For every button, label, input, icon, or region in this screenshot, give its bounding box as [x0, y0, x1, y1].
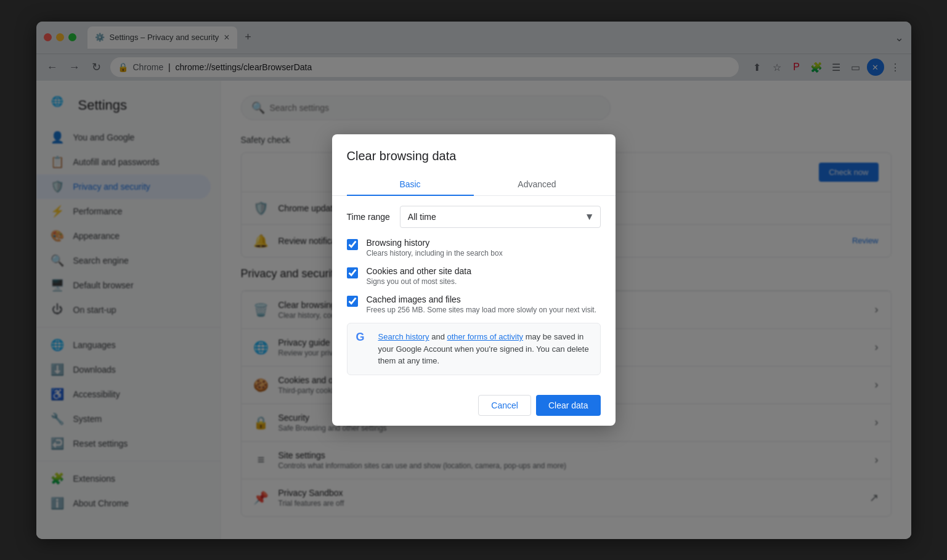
- cached-images-text: Cached images and files Frees up 256 MB.…: [367, 294, 596, 314]
- cached-images-title: Cached images and files: [367, 294, 596, 304]
- cookies-checkbox[interactable]: [347, 267, 358, 278]
- google-g-icon: G: [356, 331, 371, 346]
- browsing-history-sub: Clears history, including in the search …: [367, 249, 503, 258]
- modal-overlay: Clear browsing data Basic Advanced Time …: [0, 0, 947, 560]
- browsing-history-checkbox[interactable]: [347, 239, 358, 250]
- browsing-history-title: Browsing history: [367, 238, 503, 248]
- browsing-history-text: Browsing history Clears history, includi…: [367, 238, 503, 258]
- other-forms-link[interactable]: other forms of activity: [447, 332, 524, 341]
- google-notice-and: and: [429, 332, 447, 341]
- cached-images-row: Cached images and files Frees up 256 MB.…: [347, 294, 601, 314]
- cookies-row: Cookies and other site data Signs you ou…: [347, 266, 601, 286]
- cached-images-sub: Frees up 256 MB. Some sites may load mor…: [367, 306, 596, 314]
- google-notice: G Search history and other forms of acti…: [347, 323, 601, 375]
- time-range-row: Time range Last hour Last 24 hours Last …: [347, 206, 601, 228]
- cookies-text: Cookies and other site data Signs you ou…: [367, 266, 471, 286]
- browsing-history-checkbox-col: [347, 238, 358, 253]
- tab-advanced[interactable]: Advanced: [474, 173, 601, 195]
- tab-basic[interactable]: Basic: [347, 173, 474, 195]
- cookies-checkbox-col: [347, 266, 358, 281]
- time-range-select[interactable]: Last hour Last 24 hours Last 7 days Last…: [400, 206, 601, 228]
- search-history-link[interactable]: Search history: [378, 332, 429, 341]
- cookies-label: Cookies and other site data: [367, 266, 471, 276]
- google-notice-text: Search history and other forms of activi…: [378, 331, 591, 367]
- dialog-title: Clear browsing data: [332, 149, 616, 173]
- dialog-tabs: Basic Advanced: [332, 173, 616, 196]
- time-range-label: Time range: [347, 212, 390, 222]
- dialog-body: Time range Last hour Last 24 hours Last …: [332, 196, 616, 385]
- cached-images-checkbox[interactable]: [347, 296, 358, 307]
- cached-images-checkbox-col: [347, 294, 358, 309]
- cancel-button[interactable]: Cancel: [478, 395, 531, 416]
- dialog-footer: Cancel Clear data: [332, 385, 616, 426]
- browsing-history-row: Browsing history Clears history, includi…: [347, 238, 601, 258]
- cookies-sub-dialog: Signs you out of most sites.: [367, 277, 471, 286]
- clear-data-button[interactable]: Clear data: [536, 395, 601, 416]
- clear-browsing-dialog: Clear browsing data Basic Advanced Time …: [332, 134, 616, 426]
- time-range-select-wrapper[interactable]: Last hour Last 24 hours Last 7 days Last…: [400, 206, 601, 228]
